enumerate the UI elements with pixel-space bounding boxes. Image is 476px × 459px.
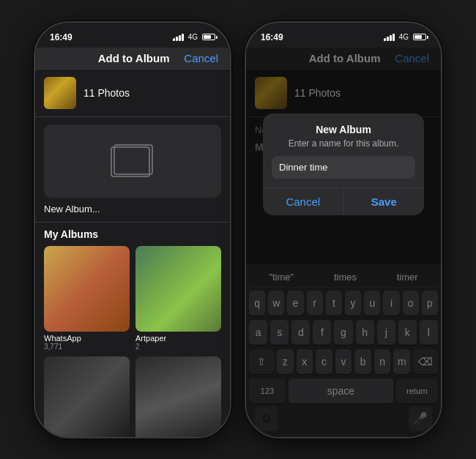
left-photos-count: 11 Photos: [83, 87, 130, 99]
album-count-whatsapp: 3,771: [44, 343, 130, 351]
album-item-4[interactable]: [135, 357, 221, 437]
left-cancel-button[interactable]: Cancel: [184, 52, 218, 64]
time-right: 16:49: [261, 32, 283, 42]
album-item-whatsapp[interactable]: WhatsApp 3,771: [44, 246, 130, 351]
network-type: 4G: [188, 33, 198, 41]
left-new-album-label: New Album...: [44, 204, 221, 214]
left-screen: Add to Album Cancel 11 Photos New Album.…: [35, 48, 230, 437]
left-phone: 16:49 4G Add to Album Cancel: [34, 21, 231, 439]
left-nav-title: Add to Album: [98, 52, 170, 64]
phones-container: 16:49 4G Add to Album Cancel: [34, 21, 442, 439]
notch: [89, 23, 176, 43]
album-name-artpaper: Artpaper: [135, 334, 221, 343]
left-new-album-section[interactable]: New Album...: [35, 117, 230, 223]
battery-icon-right: [413, 34, 426, 40]
left-new-album-icon: [44, 124, 221, 198]
left-section-title: My Albums: [44, 228, 221, 240]
album-cover-4: [135, 357, 221, 437]
album-count-artpaper: 2: [135, 343, 221, 351]
battery-icon: [202, 34, 215, 40]
left-photo-thumb: [44, 77, 76, 109]
left-nav-bar: Add to Album Cancel: [35, 48, 230, 70]
dialog-title: New Album: [263, 113, 424, 138]
album-placeholder-icon: [111, 144, 155, 177]
album-item-artpaper[interactable]: Artpaper 2: [135, 246, 221, 351]
album-cover-whatsapp: [44, 246, 130, 332]
notch-right: [300, 23, 387, 43]
album-name-whatsapp: WhatsApp: [44, 334, 130, 343]
right-phone: 16:49 4G Add to Album Cancel: [245, 21, 442, 439]
status-icons-right: 4G: [384, 33, 426, 41]
dialog-save-button[interactable]: Save: [344, 188, 425, 215]
album-cover-3: [44, 357, 130, 437]
left-albums-grid: WhatsApp 3,771 Artpaper 2: [44, 246, 221, 437]
dialog-overlay: New Album Enter a name for this album. C…: [246, 48, 441, 437]
time-left: 16:49: [50, 32, 72, 42]
left-my-albums-section: My Albums WhatsApp 3,771 Artpaper 2: [35, 223, 230, 437]
album-item-3[interactable]: [44, 357, 130, 437]
album-cover-artpaper: [135, 246, 221, 332]
right-screen: Add to Album Cancel 11 Photos New Album.…: [246, 48, 441, 437]
network-type-right: 4G: [399, 33, 409, 41]
album-name-input[interactable]: [272, 156, 415, 179]
left-photos-strip: 11 Photos: [35, 70, 230, 117]
dialog-cancel-button[interactable]: Cancel: [263, 188, 344, 215]
dialog-subtitle: Enter a name for this album.: [263, 138, 424, 156]
status-icons-left: 4G: [173, 33, 215, 41]
dialog-buttons: Cancel Save: [263, 187, 424, 215]
new-album-dialog: New Album Enter a name for this album. C…: [263, 113, 424, 215]
